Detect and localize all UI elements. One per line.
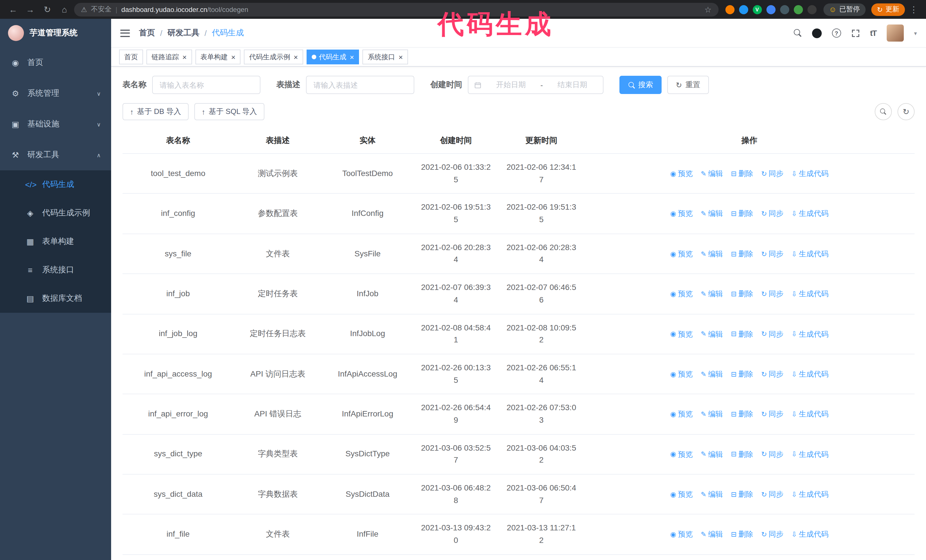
import-sql-button[interactable]: ↑ 基于 SQL 导入: [194, 103, 265, 120]
sidebar-item-form-builder[interactable]: ▦表单构建: [0, 227, 111, 256]
generate-action-link[interactable]: ⇩生成代码: [791, 529, 829, 540]
delete-action-link[interactable]: ⊟删除: [731, 529, 753, 540]
forward-icon[interactable]: →: [23, 2, 38, 17]
tab-3[interactable]: 代码生成示例×: [244, 50, 303, 64]
edit-action-link[interactable]: ✎编辑: [701, 328, 723, 340]
preview-action-link[interactable]: ◉预览: [670, 168, 693, 180]
sync-action-link[interactable]: ↻同步: [761, 328, 783, 340]
edit-action-link[interactable]: ✎编辑: [701, 368, 723, 380]
chevron-down-icon[interactable]: ▾: [914, 30, 917, 36]
sidebar-item-codegen[interactable]: </>代码生成: [0, 171, 111, 199]
extension-dark-icon[interactable]: [780, 5, 789, 14]
breadcrumb-item[interactable]: 研发工具: [168, 28, 200, 38]
github-icon[interactable]: [812, 28, 822, 38]
extension-people-icon[interactable]: [766, 5, 775, 14]
sync-action-link[interactable]: ↻同步: [761, 489, 783, 500]
generate-action-link[interactable]: ⇩生成代码: [791, 208, 829, 220]
preview-action-link[interactable]: ◉预览: [670, 248, 693, 260]
font-size-icon[interactable]: tT: [870, 29, 876, 38]
paused-badge[interactable]: ☺ 已暂停: [823, 3, 865, 16]
delete-action-link[interactable]: ⊟删除: [731, 208, 753, 220]
close-icon[interactable]: ×: [399, 53, 403, 61]
delete-action-link[interactable]: ⊟删除: [731, 489, 753, 500]
breadcrumb-item[interactable]: 首页: [139, 28, 155, 38]
preview-action-link[interactable]: ◉预览: [670, 328, 693, 340]
extension-blue-icon[interactable]: [739, 5, 748, 14]
reset-button[interactable]: ↻ 重置: [667, 76, 709, 94]
generate-action-link[interactable]: ⇩生成代码: [791, 489, 829, 500]
refresh-table-button[interactable]: ↻: [897, 103, 915, 120]
generate-action-link[interactable]: ⇩生成代码: [791, 168, 829, 180]
update-button[interactable]: ↻ 更新: [871, 3, 905, 16]
extension-paw-icon[interactable]: [807, 5, 816, 14]
preview-action-link[interactable]: ◉预览: [670, 448, 693, 460]
generate-action-link[interactable]: ⇩生成代码: [791, 248, 829, 260]
edit-action-link[interactable]: ✎编辑: [701, 448, 723, 460]
delete-action-link[interactable]: ⊟删除: [731, 448, 753, 460]
sync-action-link[interactable]: ↻同步: [761, 288, 783, 300]
close-icon[interactable]: ×: [294, 53, 298, 61]
date-range-picker[interactable]: 开始日期 - 结束日期: [468, 76, 604, 94]
back-icon[interactable]: ←: [6, 2, 21, 17]
edit-action-link[interactable]: ✎编辑: [701, 288, 723, 300]
edit-action-link[interactable]: ✎编辑: [701, 168, 723, 180]
sync-action-link[interactable]: ↻同步: [761, 368, 783, 380]
preview-action-link[interactable]: ◉预览: [670, 409, 693, 420]
browser-menu-icon[interactable]: ⋮: [907, 4, 920, 15]
sync-action-link[interactable]: ↻同步: [761, 248, 783, 260]
sync-action-link[interactable]: ↻同步: [761, 529, 783, 540]
home-icon[interactable]: ⌂: [57, 2, 72, 17]
help-icon[interactable]: ?: [832, 29, 841, 38]
tab-5[interactable]: 系统接口×: [363, 50, 408, 64]
preview-action-link[interactable]: ◉预览: [670, 288, 693, 300]
sync-action-link[interactable]: ↻同步: [761, 208, 783, 220]
app-logo[interactable]: 芋道管理系统: [0, 19, 111, 47]
tab-4[interactable]: 代码生成×: [307, 50, 359, 64]
sidebar-item-infrastructure[interactable]: ▣基础设施∨: [0, 109, 111, 140]
edit-action-link[interactable]: ✎编辑: [701, 529, 723, 540]
preview-action-link[interactable]: ◉预览: [670, 529, 693, 540]
preview-action-link[interactable]: ◉预览: [670, 368, 693, 380]
close-icon[interactable]: ×: [231, 53, 235, 61]
bookmark-star-icon[interactable]: ☆: [704, 5, 711, 14]
sidebar-collapse-icon[interactable]: [120, 29, 130, 37]
avatar[interactable]: [887, 24, 904, 42]
import-db-button[interactable]: ↑ 基于 DB 导入: [123, 103, 189, 120]
sidebar-item-db-doc[interactable]: ▤数据库文档: [0, 284, 111, 313]
generate-action-link[interactable]: ⇩生成代码: [791, 448, 829, 460]
generate-action-link[interactable]: ⇩生成代码: [791, 328, 829, 340]
tab-0[interactable]: 首页: [119, 50, 143, 64]
delete-action-link[interactable]: ⊟删除: [731, 248, 753, 260]
sidebar-item-codegen-example[interactable]: ◈代码生成示例: [0, 199, 111, 227]
tab-1[interactable]: 链路追踪×: [147, 50, 192, 64]
sidebar-item-system-api[interactable]: ≡系统接口: [0, 256, 111, 284]
sync-action-link[interactable]: ↻同步: [761, 448, 783, 460]
delete-action-link[interactable]: ⊟删除: [731, 368, 753, 380]
close-icon[interactable]: ×: [182, 53, 187, 61]
table-name-input[interactable]: [152, 76, 260, 94]
fullscreen-icon[interactable]: [851, 29, 860, 37]
preview-action-link[interactable]: ◉预览: [670, 208, 693, 220]
table-desc-input[interactable]: [306, 76, 414, 94]
sidebar-item-home[interactable]: ◉首页: [0, 47, 111, 78]
delete-action-link[interactable]: ⊟删除: [731, 288, 753, 300]
search-button[interactable]: 搜索: [619, 76, 661, 94]
sync-action-link[interactable]: ↻同步: [761, 168, 783, 180]
generate-action-link[interactable]: ⇩生成代码: [791, 409, 829, 420]
delete-action-link[interactable]: ⊟删除: [731, 328, 753, 340]
tab-2[interactable]: 表单构建×: [195, 50, 241, 64]
sync-action-link[interactable]: ↻同步: [761, 409, 783, 420]
sidebar-item-system[interactable]: ⚙系统管理∨: [0, 78, 111, 109]
edit-action-link[interactable]: ✎编辑: [701, 248, 723, 260]
reload-icon[interactable]: ↻: [40, 2, 55, 17]
toggle-search-button[interactable]: [875, 103, 892, 120]
delete-action-link[interactable]: ⊟删除: [731, 409, 753, 420]
generate-action-link[interactable]: ⇩生成代码: [791, 288, 829, 300]
edit-action-link[interactable]: ✎编辑: [701, 489, 723, 500]
address-bar[interactable]: ⚠ 不安全 | dashboard.yudao.iocoder.cn/tool/…: [74, 3, 718, 16]
generate-action-link[interactable]: ⇩生成代码: [791, 368, 829, 380]
edit-action-link[interactable]: ✎编辑: [701, 208, 723, 220]
extension-orange-icon[interactable]: [725, 5, 734, 14]
close-icon[interactable]: ×: [350, 53, 354, 61]
delete-action-link[interactable]: ⊟删除: [731, 168, 753, 180]
